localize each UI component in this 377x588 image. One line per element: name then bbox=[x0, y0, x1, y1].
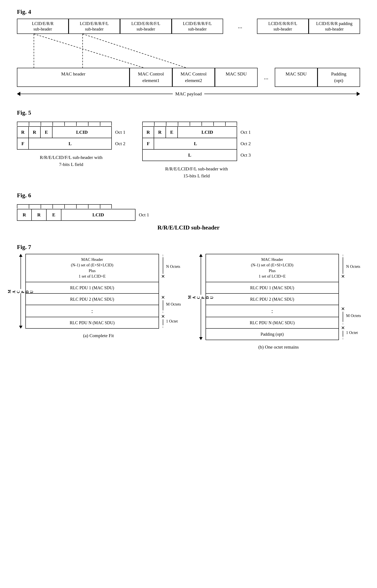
m-octets-group: ✕ ↓ M Octets bbox=[341, 306, 360, 325]
field-R2: R bbox=[32, 209, 47, 221]
fig7-dots: : bbox=[25, 305, 159, 317]
fig7-rlc1: RLC PDU 1 (MAC SDU) bbox=[25, 282, 159, 294]
fig5: Fig. 5 R R E LCID Oct 1 bbox=[17, 109, 360, 179]
fig7-right-rlcN: RLC PDU N (MAC SDU) bbox=[206, 317, 339, 329]
fig7-left-annotations: ↑ ✕ N Octets ✕ ↓ bbox=[161, 254, 180, 329]
bit-tick bbox=[41, 204, 52, 208]
field-E: E bbox=[47, 209, 61, 221]
bit-tick bbox=[17, 122, 29, 126]
fig4-payload-arrow: MAC payload bbox=[17, 91, 360, 97]
fig4-top-row: LCID/E/R/Rsub-header LCID/E/R/R/F/Lsub-h… bbox=[17, 19, 360, 34]
field-R1: R bbox=[17, 209, 32, 221]
bit-tick bbox=[142, 122, 154, 126]
oct1-label: Oct 1 bbox=[240, 129, 251, 135]
arrow-up-icon bbox=[199, 254, 203, 257]
fig6-panel: R R E LCID Oct 1 bbox=[17, 202, 149, 221]
field-E: E bbox=[166, 126, 178, 138]
field-L: L bbox=[154, 138, 237, 150]
bit-tick-last bbox=[225, 122, 237, 126]
fig7-right-dots: : bbox=[206, 305, 339, 317]
fig7: Fig. 7 MACPDU MAC Header(N-1) set of (E+… bbox=[17, 244, 360, 350]
bit-tick bbox=[213, 122, 225, 126]
fig7-right-rlc2: RLC PDU 2 (MAC SDU) bbox=[206, 294, 339, 305]
fig5-right-panel: R R E LCID Oct 1 F L Oct 2 L Oct 3 R/R/E… bbox=[142, 120, 251, 179]
field-LCID: LCID bbox=[61, 209, 135, 221]
fig4-top-cell-4: LCID/E/R/R/F/Lsub-header bbox=[172, 19, 223, 34]
bit-tick bbox=[76, 204, 88, 208]
oct2-label: Oct 2 bbox=[240, 141, 251, 147]
fig7-mac-header: MAC Header(N-1) set of (E+SI+LCID)Plus1 … bbox=[25, 254, 159, 282]
n-octets-label: N Octets bbox=[166, 264, 180, 269]
bit-tick bbox=[29, 122, 41, 126]
fig5-right-oct3: L Oct 3 bbox=[142, 149, 251, 161]
field-R1: R bbox=[142, 126, 154, 138]
fig4-mac-header: MAC header bbox=[17, 68, 130, 87]
m-octets-group: ✕ ↓ M Octets bbox=[161, 295, 180, 314]
field-F: F bbox=[17, 138, 29, 150]
fig4-top-cell-2: LCID/E/R/R/F/Lsub-header bbox=[69, 19, 120, 34]
bit-tick bbox=[64, 122, 76, 126]
arrow-up-icon bbox=[19, 254, 23, 257]
fig7-right-annotations: ↑ ✕ N Octets ✕ ↓ bbox=[341, 254, 360, 340]
payload-label: MAC payload bbox=[175, 91, 202, 97]
fig7-label: Fig. 7 bbox=[17, 244, 360, 250]
arrow-down-icon bbox=[199, 337, 203, 340]
vert-line bbox=[21, 257, 21, 289]
vert-line bbox=[21, 293, 21, 326]
arrow-down-icon bbox=[19, 326, 23, 329]
bit-tick bbox=[52, 122, 64, 126]
svg-line-3 bbox=[82, 34, 186, 68]
fig7-row: MACPDU MAC Header(N-1) set of (E+SI+LCID… bbox=[17, 254, 360, 350]
fig7-right-rlc1: RLC PDU 1 (MAC SDU) bbox=[206, 282, 339, 294]
fig4-diagonal bbox=[17, 34, 360, 68]
fig5-left-oct2: F L Oct 2 bbox=[17, 138, 125, 150]
fig4: Fig. 4 LCID/E/R/Rsub-header LCID/E/R/R/F… bbox=[17, 9, 360, 97]
fig5-left-oct1: R R E LCID Oct 1 bbox=[17, 126, 125, 138]
fig7-rlc2: RLC PDU 2 (MAC SDU) bbox=[25, 294, 159, 305]
fig5-right-oct1: R R E LCID Oct 1 bbox=[142, 126, 251, 138]
fig5-left-panel: R R E LCID Oct 1 F L Oct 2 R/R/E/LCID/F/… bbox=[17, 120, 125, 168]
bit-tick bbox=[190, 122, 201, 126]
vert-line bbox=[201, 257, 201, 295]
fig7-right-macp-label: MACPDU bbox=[197, 254, 205, 340]
fig6-ruler bbox=[17, 202, 149, 208]
bit-tick-last bbox=[100, 122, 112, 126]
fig7-rlcN: RLC PDU N (MAC SDU) bbox=[25, 317, 159, 329]
fig6-oct1: R R E LCID Oct 1 bbox=[17, 209, 149, 221]
fig7-left-macp-label: MACPDU bbox=[17, 254, 24, 329]
bit-tick bbox=[64, 204, 76, 208]
fig4-top-cell-6: LCID/E/R/R paddingsub-header bbox=[309, 19, 360, 34]
oct3-label: Oct 3 bbox=[240, 152, 251, 158]
field-F: F bbox=[142, 138, 154, 150]
field-R2: R bbox=[29, 126, 41, 138]
fig7-left-diagram: MACPDU MAC Header(N-1) set of (E+SI+LCID… bbox=[17, 254, 180, 329]
fig5-right-oct2: F L Oct 2 bbox=[142, 138, 251, 150]
bit-tick bbox=[76, 122, 88, 126]
fig7-right-mac-header: MAC Header(N-1) set of (E+SI+LCID)Plus1 … bbox=[206, 254, 339, 282]
svg-line-2 bbox=[34, 34, 144, 68]
field-L: L bbox=[29, 138, 112, 150]
n-octets-group: ↑ ✕ N Octets bbox=[341, 254, 360, 279]
fig4-top-dots: ... bbox=[223, 19, 257, 34]
bit-tick bbox=[154, 122, 166, 126]
fig5-right-ruler bbox=[142, 120, 251, 126]
fig7-right-cells: MAC Header(N-1) set of (E+SI+LCID)Plus1 … bbox=[206, 254, 339, 340]
fig4-bottom-row: MAC header MAC Controlelement1 MAC Contr… bbox=[17, 68, 360, 87]
fig4-padding: Padding(opt) bbox=[318, 68, 360, 87]
one-octet-label: 1 Octet bbox=[346, 330, 358, 335]
fig5-label: Fig. 5 bbox=[17, 109, 360, 116]
bit-tick bbox=[166, 122, 178, 126]
n-octets-label: N Octets bbox=[346, 264, 360, 269]
oct1-label: Oct 1 bbox=[115, 129, 125, 135]
fig7-left-caption: (a) Complete Fit bbox=[17, 333, 180, 338]
bit-tick bbox=[29, 204, 41, 208]
m-octets-label: M Octets bbox=[346, 313, 361, 318]
field-L3: L bbox=[142, 149, 237, 161]
oct2-label: Oct 2 bbox=[115, 141, 125, 147]
arrow-right-icon bbox=[357, 92, 360, 96]
payload-arrow-line-right bbox=[204, 94, 357, 94]
field-E: E bbox=[41, 126, 52, 138]
one-octet-group: ✕ ↓ 1 Octet bbox=[341, 325, 360, 340]
fig6: Fig. 6 R R E LCID Oct 1 R/R/E/LCID sub-h… bbox=[17, 192, 360, 231]
field-R2: R bbox=[154, 126, 166, 138]
